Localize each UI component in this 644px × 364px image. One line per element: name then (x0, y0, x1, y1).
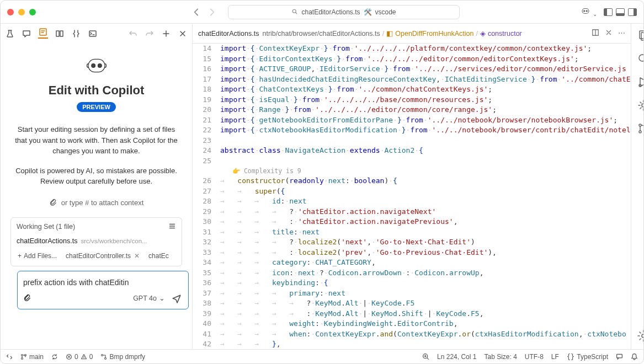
code-line[interactable]: 39→ → → → → :·KeyMod.Alt·|·KeyMod.Shift·… (193, 309, 631, 319)
chat-icon[interactable] (22, 29, 31, 39)
zoom-icon[interactable] (422, 353, 429, 360)
code-line[interactable]: 27→ → super({ (193, 186, 631, 197)
undo-icon[interactable] (128, 29, 138, 39)
code-line[interactable]: 23 (193, 136, 631, 146)
code-line[interactable]: 24abstract·class·NavigateAction·extends·… (193, 146, 631, 156)
code-line[interactable]: 36→ → → keybinding:·{ (193, 278, 631, 288)
code-line[interactable]: 35→ → → icon:·next·?·Codicon.arrowDown·:… (193, 268, 631, 279)
maximize-window-button[interactable] (29, 9, 36, 15)
code-line[interactable]: 41→ → → → when:·ContextKeyExpr.and(Conte… (193, 329, 631, 340)
working-set-file-path: src/vs/workbench/con... (81, 238, 147, 244)
feedback-icon[interactable] (616, 353, 623, 360)
code-line[interactable]: 30→ → → → :·'chatEditor.action.navigateP… (193, 217, 631, 227)
beaker-icon[interactable] (5, 29, 15, 39)
more-actions-icon[interactable]: ⋯ (618, 29, 625, 38)
editor-tab[interactable]: chatEditorActions.ts (198, 30, 259, 38)
attach-icon[interactable] (23, 293, 31, 303)
problems-indicator[interactable]: 0 0 (66, 353, 93, 361)
tools-icon[interactable] (71, 29, 81, 39)
code-line[interactable]: 38→ → → → → ?·KeyMod.Alt·|·KeyCode.F5 (193, 298, 631, 309)
svg-rect-1 (582, 9, 589, 14)
toggle-primary-sidebar-button[interactable] (604, 8, 613, 16)
book-icon[interactable] (55, 29, 65, 39)
code-line[interactable]: 28→ → → id:·next (193, 196, 631, 207)
remote-indicator[interactable] (6, 354, 13, 360)
toggle-secondary-sidebar-button[interactable] (628, 8, 637, 16)
code-line[interactable]: 25 (193, 156, 631, 167)
nav-back-button[interactable] (191, 7, 201, 17)
cursor-position[interactable]: Ln 224, Col 1 (437, 353, 476, 361)
notifications-icon[interactable] (631, 353, 638, 360)
window-controls (7, 9, 36, 15)
breadcrumb[interactable]: ntrib/chat/browser/chatEditorActions.ts … (262, 29, 588, 38)
copilot-edits-sidebar: Edit with Copilot PREVIEW Start your edi… (1, 24, 193, 349)
code-line[interactable]: 22import·{·ctxNotebookHasEditorModificat… (193, 125, 631, 136)
code-line[interactable]: 31→ → → title:·next (193, 227, 631, 238)
code-line[interactable]: 42→ → → }, (193, 339, 631, 349)
new-session-icon[interactable] (161, 29, 171, 39)
output-icon[interactable] (88, 29, 98, 39)
code-line[interactable]: 40→ → → → weight:·KeybindingWeight.Edito… (193, 319, 631, 329)
folder-icon: 🛠️ (364, 8, 372, 16)
code-line[interactable]: 21import·{·getNotebookEditorFromEditorPa… (193, 115, 631, 126)
search-icon[interactable] (637, 52, 644, 66)
close-window-button[interactable] (7, 9, 14, 15)
code-line[interactable]: 29→ → → → ?·'chatEditor.action.navigateN… (193, 207, 631, 217)
code-line[interactable]: 17import·{·hasUndecidedChatEditingResour… (193, 74, 631, 85)
settings-gear-icon[interactable] (637, 329, 644, 342)
svg-rect-11 (641, 33, 644, 40)
extensions-icon[interactable] (637, 99, 644, 112)
split-editor-icon[interactable] (592, 29, 599, 38)
run-debug-icon[interactable] (637, 76, 644, 89)
close-tab-icon[interactable] (605, 29, 613, 38)
add-files-button[interactable]: + Add Files... (14, 250, 60, 261)
model-selector[interactable]: GPT 4o ⌄ (133, 294, 165, 302)
code-line[interactable]: 20import·{·Range·}·from·'../../../../edi… (193, 105, 631, 115)
sync-indicator[interactable] (51, 354, 58, 360)
code-line[interactable]: 34→ → → category:·CHAT_CATEGORY, (193, 258, 631, 268)
svg-point-3 (587, 10, 588, 12)
code-editor[interactable]: 14import·{·ContextKeyExpr·}·from·'../../… (193, 44, 631, 349)
suggested-file-pill[interactable]: chatEc (145, 250, 172, 261)
suggested-file-pill[interactable]: chatEditorController.ts✕ (62, 250, 143, 261)
command-center-badge: vscode (375, 8, 396, 16)
tab-size[interactable]: Tab Size: 4 (484, 353, 517, 361)
code-line[interactable]: 19import·{·isEqual·}·from·'../../../../b… (193, 95, 631, 105)
code-line[interactable]: 37→ → → → primary:·next (193, 288, 631, 299)
copilot-titlebar-icon[interactable]: ⌄ (581, 6, 597, 18)
code-line[interactable]: 33→ → → → :·localize2('prev',·'Go·to·Pre… (193, 248, 631, 258)
language-mode[interactable]: {} TypeScript (567, 353, 608, 361)
code-line[interactable]: 32→ → → → ?·localize2('next',·'Go·to·Nex… (193, 237, 631, 248)
nav-forward-button[interactable] (207, 7, 217, 17)
activity-bar (631, 24, 644, 349)
working-set-file-row[interactable]: chatEditorActions.ts src/vs/workbench/co… (11, 234, 182, 248)
copilot-title: Edit with Copilot (49, 83, 145, 98)
encoding[interactable]: UTF-8 (525, 353, 544, 361)
eol[interactable]: LF (551, 353, 559, 361)
svg-point-8 (98, 64, 102, 68)
toggle-panel-button[interactable] (616, 8, 625, 16)
send-button[interactable] (171, 292, 183, 304)
code-line[interactable]: 15import·{·EditorContextKeys·}·from·'../… (193, 54, 631, 65)
symbol-class-icon: ◧ (386, 29, 393, 38)
code-line[interactable]: 26→ constructor(readonly·next:·boolean)·… (193, 176, 631, 186)
status-extra[interactable]: Bmp dmprfy (100, 353, 145, 361)
source-control-icon[interactable] (637, 122, 644, 135)
explorer-icon[interactable] (637, 29, 644, 42)
code-line[interactable]: 18import·{·ChatContextKeys·}·from·'../co… (193, 84, 631, 95)
chat-input[interactable] (23, 276, 183, 292)
working-set-file-name: chatEditorActions.ts (17, 237, 77, 245)
command-center[interactable]: chatEditorActions.ts 🛠️ vscode (228, 5, 460, 19)
svg-point-14 (642, 104, 644, 107)
list-icon[interactable] (168, 222, 176, 232)
remove-pill-icon[interactable]: ✕ (134, 252, 140, 260)
codelens[interactable]: 👉 Complexity is 9 (193, 166, 631, 176)
close-panel-icon[interactable] (178, 29, 188, 39)
code-line[interactable]: 16import·{·ACTIVE_GROUP,·IEditorService·… (193, 64, 631, 74)
redo-icon[interactable] (145, 29, 155, 39)
minimize-window-button[interactable] (18, 9, 25, 15)
svg-rect-5 (89, 31, 96, 36)
branch-indicator[interactable]: main (20, 353, 44, 361)
code-line[interactable]: 14import·{·ContextKeyExpr·}·from·'../../… (193, 44, 631, 54)
edit-session-icon[interactable] (38, 29, 48, 39)
